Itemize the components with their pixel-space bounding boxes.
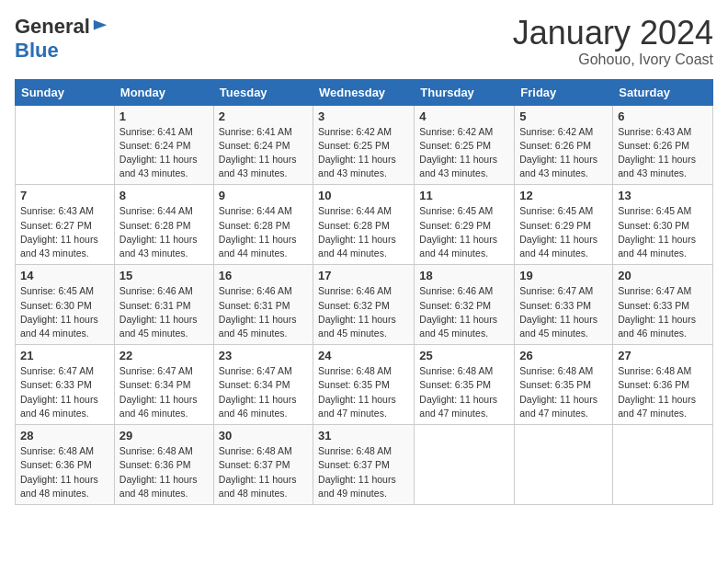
calendar-table: SundayMondayTuesdayWednesdayThursdayFrid… bbox=[15, 79, 713, 505]
day-number: 11 bbox=[419, 189, 509, 202]
day-number: 24 bbox=[318, 349, 409, 362]
header-row: SundayMondayTuesdayWednesdayThursdayFrid… bbox=[16, 79, 713, 105]
day-number: 6 bbox=[618, 109, 708, 123]
day-cell: 2Sunrise: 6:41 AMSunset: 6:24 PMDaylight… bbox=[213, 105, 313, 185]
day-number: 2 bbox=[219, 109, 308, 123]
day-number: 23 bbox=[219, 349, 308, 362]
day-cell: 31Sunrise: 6:48 AMSunset: 6:37 PMDayligh… bbox=[313, 425, 415, 505]
day-cell: 5Sunrise: 6:42 AMSunset: 6:26 PMDaylight… bbox=[515, 105, 613, 185]
day-cell: 19Sunrise: 6:47 AMSunset: 6:33 PMDayligh… bbox=[515, 265, 613, 345]
day-number: 16 bbox=[219, 269, 308, 282]
page-container: General Blue January 2024 Gohouo, Ivory … bbox=[0, 0, 728, 520]
day-cell: 11Sunrise: 6:45 AMSunset: 6:29 PMDayligh… bbox=[415, 185, 515, 265]
day-info: Sunrise: 6:48 AMSunset: 6:37 PMDaylight:… bbox=[318, 444, 409, 500]
day-info: Sunrise: 6:42 AMSunset: 6:25 PMDaylight:… bbox=[318, 125, 409, 181]
col-header-saturday: Saturday bbox=[613, 79, 713, 105]
day-cell: 10Sunrise: 6:44 AMSunset: 6:28 PMDayligh… bbox=[313, 185, 415, 265]
day-cell: 14Sunrise: 6:45 AMSunset: 6:30 PMDayligh… bbox=[16, 265, 115, 345]
day-info: Sunrise: 6:48 AMSunset: 6:37 PMDaylight:… bbox=[219, 444, 308, 500]
day-cell: 20Sunrise: 6:47 AMSunset: 6:33 PMDayligh… bbox=[613, 265, 713, 345]
day-info: Sunrise: 6:48 AMSunset: 6:36 PMDaylight:… bbox=[20, 444, 109, 500]
logo-general: General bbox=[15, 15, 90, 39]
logo-flag-icon bbox=[92, 18, 108, 35]
day-cell: 24Sunrise: 6:48 AMSunset: 6:35 PMDayligh… bbox=[313, 345, 415, 425]
day-cell: 27Sunrise: 6:48 AMSunset: 6:36 PMDayligh… bbox=[613, 345, 713, 425]
day-number: 20 bbox=[618, 269, 708, 282]
day-info: Sunrise: 6:46 AMSunset: 6:31 PMDaylight:… bbox=[119, 284, 209, 340]
day-info: Sunrise: 6:44 AMSunset: 6:28 PMDaylight:… bbox=[119, 204, 209, 260]
svg-marker-0 bbox=[94, 20, 107, 30]
day-cell: 12Sunrise: 6:45 AMSunset: 6:29 PMDayligh… bbox=[515, 185, 613, 265]
day-info: Sunrise: 6:48 AMSunset: 6:35 PMDaylight:… bbox=[318, 364, 409, 420]
col-header-monday: Monday bbox=[114, 79, 213, 105]
day-number: 7 bbox=[20, 189, 109, 202]
day-number: 29 bbox=[119, 429, 209, 442]
day-cell bbox=[613, 425, 713, 505]
day-cell: 7Sunrise: 6:43 AMSunset: 6:27 PMDaylight… bbox=[16, 185, 115, 265]
day-number: 9 bbox=[219, 189, 308, 202]
day-number: 12 bbox=[519, 189, 608, 202]
day-info: Sunrise: 6:42 AMSunset: 6:26 PMDaylight:… bbox=[519, 125, 608, 181]
day-cell: 18Sunrise: 6:46 AMSunset: 6:32 PMDayligh… bbox=[415, 265, 515, 345]
day-cell: 1Sunrise: 6:41 AMSunset: 6:24 PMDaylight… bbox=[114, 105, 213, 185]
day-number: 22 bbox=[119, 349, 209, 362]
day-number: 10 bbox=[318, 189, 409, 202]
day-number: 15 bbox=[119, 269, 209, 282]
day-cell: 16Sunrise: 6:46 AMSunset: 6:31 PMDayligh… bbox=[213, 265, 313, 345]
day-number: 4 bbox=[419, 109, 509, 123]
day-cell: 25Sunrise: 6:48 AMSunset: 6:35 PMDayligh… bbox=[415, 345, 515, 425]
week-row-4: 21Sunrise: 6:47 AMSunset: 6:33 PMDayligh… bbox=[16, 345, 713, 425]
day-cell: 26Sunrise: 6:48 AMSunset: 6:35 PMDayligh… bbox=[515, 345, 613, 425]
day-cell: 9Sunrise: 6:44 AMSunset: 6:28 PMDaylight… bbox=[213, 185, 313, 265]
day-number: 3 bbox=[318, 109, 409, 123]
day-cell: 30Sunrise: 6:48 AMSunset: 6:37 PMDayligh… bbox=[213, 425, 313, 505]
day-number: 1 bbox=[119, 109, 209, 123]
day-info: Sunrise: 6:45 AMSunset: 6:30 PMDaylight:… bbox=[618, 204, 708, 260]
day-number: 8 bbox=[119, 189, 209, 202]
day-number: 17 bbox=[318, 269, 409, 282]
day-number: 13 bbox=[618, 189, 708, 202]
day-cell: 21Sunrise: 6:47 AMSunset: 6:33 PMDayligh… bbox=[16, 345, 115, 425]
day-info: Sunrise: 6:44 AMSunset: 6:28 PMDaylight:… bbox=[318, 204, 409, 260]
day-info: Sunrise: 6:45 AMSunset: 6:29 PMDaylight:… bbox=[419, 204, 509, 260]
day-cell: 3Sunrise: 6:42 AMSunset: 6:25 PMDaylight… bbox=[313, 105, 415, 185]
day-cell: 6Sunrise: 6:43 AMSunset: 6:26 PMDaylight… bbox=[613, 105, 713, 185]
day-info: Sunrise: 6:46 AMSunset: 6:32 PMDaylight:… bbox=[318, 284, 409, 340]
day-cell: 23Sunrise: 6:47 AMSunset: 6:34 PMDayligh… bbox=[213, 345, 313, 425]
day-number: 5 bbox=[519, 109, 608, 123]
day-cell bbox=[415, 425, 515, 505]
day-info: Sunrise: 6:44 AMSunset: 6:28 PMDaylight:… bbox=[219, 204, 308, 260]
week-row-5: 28Sunrise: 6:48 AMSunset: 6:36 PMDayligh… bbox=[16, 425, 713, 505]
week-row-1: 1Sunrise: 6:41 AMSunset: 6:24 PMDaylight… bbox=[16, 105, 713, 185]
day-cell bbox=[16, 105, 115, 185]
day-number: 21 bbox=[20, 349, 109, 362]
week-row-2: 7Sunrise: 6:43 AMSunset: 6:27 PMDaylight… bbox=[16, 185, 713, 265]
location: Gohouo, Ivory Coast bbox=[513, 52, 713, 68]
day-info: Sunrise: 6:47 AMSunset: 6:33 PMDaylight:… bbox=[20, 364, 109, 420]
logo-text: General bbox=[15, 15, 108, 39]
day-info: Sunrise: 6:43 AMSunset: 6:27 PMDaylight:… bbox=[20, 204, 109, 260]
col-header-thursday: Thursday bbox=[415, 79, 515, 105]
day-cell: 8Sunrise: 6:44 AMSunset: 6:28 PMDaylight… bbox=[114, 185, 213, 265]
day-number: 26 bbox=[519, 349, 608, 362]
day-info: Sunrise: 6:48 AMSunset: 6:35 PMDaylight:… bbox=[419, 364, 509, 420]
day-number: 31 bbox=[318, 429, 409, 442]
day-info: Sunrise: 6:47 AMSunset: 6:34 PMDaylight:… bbox=[219, 364, 308, 420]
logo-blue: Blue bbox=[15, 39, 59, 63]
col-header-friday: Friday bbox=[515, 79, 613, 105]
day-number: 25 bbox=[419, 349, 509, 362]
day-info: Sunrise: 6:47 AMSunset: 6:34 PMDaylight:… bbox=[119, 364, 209, 420]
day-info: Sunrise: 6:48 AMSunset: 6:36 PMDaylight:… bbox=[618, 364, 708, 420]
logo: General Blue bbox=[15, 15, 108, 63]
header: General Blue January 2024 Gohouo, Ivory … bbox=[15, 15, 713, 68]
day-number: 30 bbox=[219, 429, 308, 442]
day-number: 27 bbox=[618, 349, 708, 362]
col-header-wednesday: Wednesday bbox=[313, 79, 415, 105]
day-cell: 29Sunrise: 6:48 AMSunset: 6:36 PMDayligh… bbox=[114, 425, 213, 505]
day-number: 18 bbox=[419, 269, 509, 282]
day-cell: 17Sunrise: 6:46 AMSunset: 6:32 PMDayligh… bbox=[313, 265, 415, 345]
day-cell: 22Sunrise: 6:47 AMSunset: 6:34 PMDayligh… bbox=[114, 345, 213, 425]
day-info: Sunrise: 6:48 AMSunset: 6:36 PMDaylight:… bbox=[119, 444, 209, 500]
month-year: January 2024 bbox=[513, 15, 713, 52]
day-cell bbox=[515, 425, 613, 505]
